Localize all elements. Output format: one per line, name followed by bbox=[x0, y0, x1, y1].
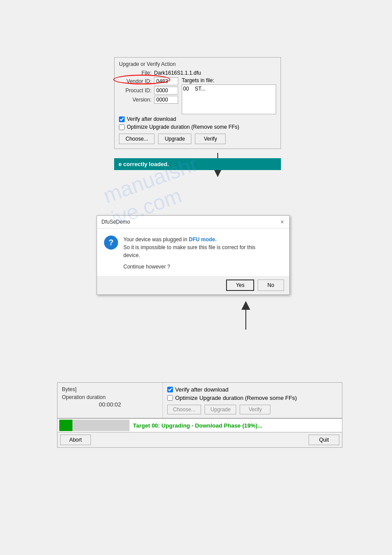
dialog-footer: Yes No bbox=[97, 276, 289, 294]
bottom-panel-top: Bytes] Operation duration 00:00:02 Verif… bbox=[58, 383, 342, 418]
vendor-label: Vendor ID: bbox=[119, 78, 154, 84]
verify-button[interactable]: Verify bbox=[195, 134, 226, 144]
arrow2 bbox=[237, 299, 255, 330]
op-duration-value: 00:00:02 bbox=[62, 401, 158, 408]
version-row: Version: bbox=[119, 96, 178, 104]
dialog-continue: Continue however ? bbox=[123, 263, 255, 271]
dialog-no-button[interactable]: No bbox=[258, 279, 284, 291]
dialog-line1: Your device was plugged in DFU mode. bbox=[123, 236, 255, 243]
quit-button[interactable]: Quit bbox=[309, 435, 339, 445]
progress-container: Target 00: Upgrading - Download Phase (1… bbox=[58, 418, 342, 432]
bottom-right-section: Verify after download Optimize Upgrade d… bbox=[163, 383, 342, 418]
upgrade-button[interactable]: Upgrade bbox=[158, 134, 191, 144]
optimize-checkbox-label: Optimize Upgrade duration (Remove some F… bbox=[127, 124, 239, 130]
bottom-choose-button[interactable]: Choose... bbox=[167, 405, 201, 414]
svg-marker-3 bbox=[241, 301, 250, 310]
choose-button[interactable]: Choose... bbox=[119, 134, 155, 144]
bottom-optimize-row: Optimize Upgrade duration (Remove some F… bbox=[167, 395, 338, 401]
abort-button[interactable]: Abort bbox=[60, 435, 91, 445]
bottom-verify-label: Verify after download bbox=[175, 386, 228, 393]
dfusedemo-dialog: DfuSeDemo × ? Your device was plugged in… bbox=[97, 215, 290, 295]
dialog-titlebar: DfuSeDemo × bbox=[97, 216, 289, 229]
action-buttons: Choose... Upgrade Verify bbox=[119, 134, 276, 144]
vendor-row: Vendor ID: bbox=[119, 77, 178, 85]
bottom-upgrade-button[interactable]: Upgrade bbox=[205, 405, 236, 414]
version-label: Version: bbox=[119, 97, 154, 103]
dialog-dfu-highlight: DFU mode. bbox=[189, 236, 216, 243]
bottom-optimize-label: Optimize Upgrade duration (Remove some F… bbox=[175, 395, 297, 401]
dialog-question-icon: ? bbox=[104, 236, 118, 250]
panel-title: Upgrade or Verify Action bbox=[119, 61, 276, 67]
bottom-verify-checkbox[interactable] bbox=[167, 387, 173, 392]
dialog-line3: device. bbox=[123, 251, 255, 259]
vendor-input[interactable] bbox=[154, 77, 178, 85]
bottom-verify-button[interactable]: Verify bbox=[240, 405, 270, 414]
file-value: Dark1616S1.1.1.dfu bbox=[154, 70, 201, 76]
dialog-close-button[interactable]: × bbox=[280, 218, 285, 225]
progress-bar-outer bbox=[59, 420, 129, 431]
verify-checkbox[interactable] bbox=[119, 116, 125, 122]
verify-checkbox-row: Verify after download bbox=[119, 116, 276, 122]
op-duration-label: Operation duration bbox=[62, 394, 158, 400]
progress-bar-inner bbox=[59, 420, 72, 431]
dialog-line2: So it is impossible to make sure this fi… bbox=[123, 243, 255, 251]
bottom-left-section: Bytes] Operation duration 00:00:02 bbox=[58, 383, 163, 418]
dialog-message: Your device was plugged in DFU mode. So … bbox=[123, 236, 255, 271]
product-row: Procuct ID: bbox=[119, 87, 178, 94]
dialog-yes-button[interactable]: Yes bbox=[226, 279, 254, 291]
status-text: e correctly loaded. bbox=[119, 161, 169, 167]
bottom-verify-row: Verify after download bbox=[167, 386, 338, 393]
targets-label: Targets in file: bbox=[182, 77, 276, 83]
bottom-optimize-checkbox[interactable] bbox=[167, 395, 173, 401]
bytes-label: Bytes] bbox=[62, 386, 158, 392]
dialog-title: DfuSeDemo bbox=[101, 219, 130, 225]
bottom-btn-row: Choose... Upgrade Verify bbox=[167, 405, 338, 414]
target-item: 00 ST... bbox=[183, 86, 205, 92]
optimize-checkbox-row: Optimize Upgrade duration (Remove some F… bbox=[119, 124, 276, 130]
verify-checkbox-label: Verify after download bbox=[127, 116, 176, 122]
file-row: File: Dark1616S1.1.1.dfu bbox=[119, 70, 276, 76]
product-label: Procuct ID: bbox=[119, 87, 154, 94]
file-label: File: bbox=[119, 70, 154, 76]
product-input[interactable] bbox=[154, 87, 178, 94]
optimize-checkbox[interactable] bbox=[119, 124, 125, 130]
dialog-body: ? Your device was plugged in DFU mode. S… bbox=[97, 229, 289, 276]
progress-label: Target 00: Upgrading - Download Phase (1… bbox=[133, 422, 262, 429]
bottom-panel: Bytes] Operation duration 00:00:02 Verif… bbox=[57, 382, 342, 448]
upgrade-verify-panel: Upgrade or Verify Action File: Dark1616S… bbox=[114, 57, 281, 149]
action-bar: Abort Quit bbox=[58, 432, 342, 447]
version-input[interactable] bbox=[154, 96, 178, 104]
targets-list: 00 ST... bbox=[182, 84, 276, 114]
status-bar-top: e correctly loaded. bbox=[114, 158, 281, 170]
